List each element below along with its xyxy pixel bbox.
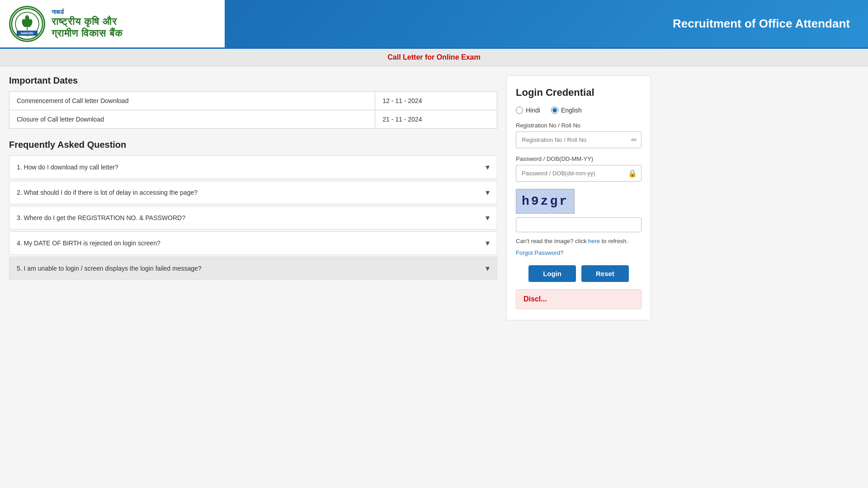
dates-table-row: Closure of Call letter Download21 - 11 -…	[9, 110, 497, 129]
faq-item[interactable]: 2. What should I do if there is lot of d…	[9, 181, 497, 204]
faq-item-text: 4. My DATE OF BIRTH is rejected on login…	[17, 239, 160, 247]
faq-item[interactable]: 4. My DATE OF BIRTH is rejected on login…	[9, 231, 497, 255]
logo-section: NABARD नाबार्ड राष्ट्रीय कृषि और ग्रामीण…	[0, 0, 226, 47]
password-input[interactable]	[516, 165, 642, 182]
reg-no-field-group: Registration No / Roll No ✏	[516, 122, 642, 148]
hindi-radio[interactable]	[516, 107, 523, 114]
logo-nabard-label: नाबार्ड	[52, 9, 123, 16]
logo-line1: राष्ट्रीय कृषि और	[52, 16, 123, 28]
sub-header-label: Call Letter for Online Exam	[387, 53, 480, 61]
faq-item[interactable]: 5. I am unable to login / screen display…	[9, 257, 497, 280]
svg-text:NABARD: NABARD	[21, 32, 33, 35]
hindi-radio-label[interactable]: Hindi	[516, 107, 540, 114]
dates-value-cell: 12 - 11 - 2024	[375, 92, 497, 110]
faq-item-text: 1. How do I download my call letter?	[17, 164, 118, 171]
captcha-refresh-text: Can't read the image? click here to refr…	[516, 237, 642, 246]
dates-label-cell: Closure of Call letter Download	[9, 110, 375, 129]
chevron-down-icon: ▾	[486, 238, 490, 248]
important-dates-title: Important Dates	[9, 75, 497, 86]
english-label: English	[561, 107, 582, 114]
chevron-down-icon: ▾	[486, 188, 490, 197]
faq-item-text: 3. Where do I get the REGISTRATION NO. &…	[17, 214, 185, 221]
important-dates-table: Commencement of Call letter Download12 -…	[9, 91, 497, 129]
sub-header-banner: Call Letter for Online Exam	[0, 49, 868, 66]
dates-table-row: Commencement of Call letter Download12 -…	[9, 92, 497, 110]
reset-button[interactable]: Reset	[581, 265, 629, 282]
faq-item-text: 2. What should I do if there is lot of d…	[17, 189, 198, 196]
dates-label-cell: Commencement of Call letter Download	[9, 92, 375, 110]
password-field-group: Password / DOB(DD-MM-YY) 🔒	[516, 155, 642, 182]
chevron-down-icon: ▾	[486, 263, 490, 273]
captcha-text: h9zgr	[522, 194, 569, 208]
header-title-section: Recruitment of Office Attendant	[226, 0, 868, 47]
faq-list: 1. How do I download my call letter?▾2. …	[9, 155, 497, 280]
captcha-suffix: to refresh.	[602, 238, 628, 244]
login-button-row: Login Reset	[516, 265, 642, 282]
left-content: Important Dates Commencement of Call let…	[9, 75, 497, 282]
captcha-prefix: Can't read the image? click	[516, 238, 586, 244]
login-credential-title: Login Credential	[516, 87, 642, 99]
chevron-down-icon: ▾	[486, 162, 490, 172]
logo-text: नाबार्ड राष्ट्रीय कृषि और ग्रामीण विकास …	[52, 9, 123, 39]
captcha-refresh-link[interactable]: here	[588, 238, 600, 244]
forgot-password-link[interactable]: Forgot Password?	[516, 249, 642, 256]
login-button[interactable]: Login	[528, 265, 576, 282]
page-header: NABARD नाबार्ड राष्ट्रीय कृषि और ग्रामीण…	[0, 0, 868, 49]
login-panel: Login Credential Hindi English Registrat…	[506, 75, 651, 320]
faq-item[interactable]: 3. Where do I get the REGISTRATION NO. &…	[9, 206, 497, 230]
logo-line2: ग्रामीण विकास बैंक	[52, 28, 123, 39]
english-radio-label[interactable]: English	[551, 107, 582, 114]
logo-svg: NABARD	[10, 7, 44, 41]
main-layout: Important Dates Commencement of Call let…	[0, 66, 868, 329]
hindi-label: Hindi	[526, 107, 540, 114]
faq-item-text: 5. I am unable to login / screen display…	[17, 265, 202, 272]
reg-no-input[interactable]	[516, 131, 642, 148]
reg-no-input-wrapper: ✏	[516, 131, 642, 148]
dates-value-cell: 21 - 11 - 2024	[375, 110, 497, 129]
disclaimer-title: Discl...	[524, 295, 634, 303]
captcha-input[interactable]	[516, 217, 642, 232]
password-input-wrapper: 🔒	[516, 165, 642, 182]
reg-no-label: Registration No / Roll No	[516, 122, 642, 129]
password-label: Password / DOB(DD-MM-YY)	[516, 155, 642, 162]
faq-title: Frequently Asked Question	[9, 140, 497, 150]
captcha-image: h9zgr	[516, 189, 575, 214]
english-radio[interactable]	[551, 107, 558, 114]
logo-emblem: NABARD	[9, 6, 45, 42]
svg-point-5	[25, 15, 29, 23]
faq-item[interactable]: 1. How do I download my call letter?▾	[9, 155, 497, 179]
language-selection: Hindi English	[516, 107, 642, 114]
chevron-down-icon: ▾	[486, 213, 490, 223]
page-title: Recruitment of Office Attendant	[673, 17, 850, 31]
disclaimer-section: Discl...	[516, 289, 642, 309]
